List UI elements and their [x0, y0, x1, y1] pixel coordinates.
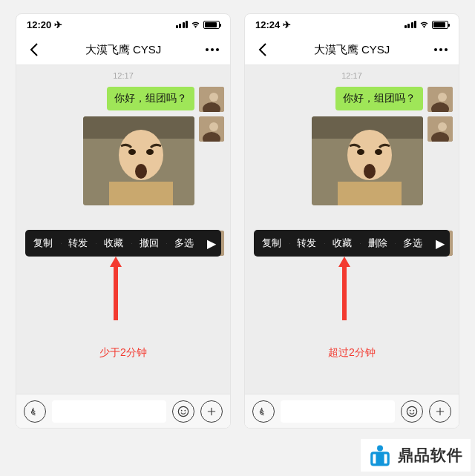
- image-bubble[interactable]: [83, 116, 194, 205]
- comparison-stage: 12:20 ✈ 大漠飞鹰 CYSJ 12:17 你好，组团吗？: [0, 0, 475, 460]
- clock: 12:24 ✈: [255, 19, 291, 30]
- svg-point-25: [357, 149, 364, 155]
- battery-icon: [203, 21, 220, 29]
- status-bar: 12:24 ✈: [245, 14, 459, 35]
- voice-button[interactable]: [24, 400, 46, 423]
- menu-multiselect[interactable]: 多选: [395, 237, 430, 250]
- chat-area[interactable]: 12:17 你好，组团吗？ 复制 转发 收藏 删除 多选 ▶ 欢迎: [245, 65, 459, 394]
- voice-button[interactable]: [252, 400, 275, 423]
- menu-more-arrow[interactable]: ▶: [202, 237, 221, 251]
- avatar[interactable]: [428, 116, 453, 142]
- avatar[interactable]: [199, 116, 224, 142]
- annotation-arrow-icon: [110, 257, 122, 320]
- svg-point-16: [178, 406, 188, 416]
- menu-forward[interactable]: 转发: [289, 237, 325, 250]
- message-row[interactable]: [16, 114, 230, 208]
- svg-point-11: [209, 122, 218, 131]
- emoji-button[interactable]: [172, 400, 194, 423]
- timestamp: 12:17: [16, 67, 230, 85]
- context-menu: 复制 转发 收藏 撤回 多选 ▶: [25, 230, 221, 257]
- more-button[interactable]: [203, 48, 221, 51]
- svg-point-1: [209, 93, 218, 102]
- plus-button[interactable]: [429, 400, 451, 423]
- svg-point-30: [438, 122, 447, 131]
- signal-icon: [404, 21, 417, 28]
- menu-copy[interactable]: 复制: [254, 237, 289, 250]
- menu-more-arrow[interactable]: ▶: [430, 237, 450, 251]
- message-row[interactable]: 你好，组团吗？: [245, 85, 459, 114]
- phone-right: 12:24 ✈ 大漠飞鹰 CYSJ 12:17 你好，组团吗？: [244, 13, 459, 429]
- svg-point-37: [413, 409, 414, 411]
- svg-rect-40: [376, 453, 384, 465]
- chat-title: 大漠飞鹰 CYSJ: [43, 43, 203, 57]
- nav-bar: 大漠飞鹰 CYSJ: [16, 35, 230, 65]
- svg-point-6: [128, 149, 136, 155]
- svg-point-27: [364, 164, 376, 179]
- phone-left: 12:20 ✈ 大漠飞鹰 CYSJ 12:17 你好，组团吗？: [16, 13, 231, 429]
- menu-recall[interactable]: 撤回: [131, 237, 167, 250]
- avatar[interactable]: [199, 87, 224, 112]
- chat-title: 大漠飞鹰 CYSJ: [272, 43, 432, 57]
- menu-multiselect[interactable]: 多选: [166, 237, 202, 250]
- menu-forward[interactable]: 转发: [61, 237, 96, 250]
- status-bar: 12:20 ✈: [16, 14, 230, 35]
- wifi-icon: [419, 20, 429, 30]
- message-row[interactable]: [245, 114, 459, 208]
- watermark-text: 鼎品软件: [398, 445, 463, 466]
- svg-point-38: [377, 445, 383, 451]
- timestamp: 12:17: [245, 67, 459, 85]
- image-bubble[interactable]: [312, 116, 423, 205]
- input-bar: [245, 394, 459, 428]
- annotation-caption: 少于2分钟: [16, 340, 230, 361]
- context-menu: 复制 转发 收藏 删除 多选 ▶: [254, 230, 450, 257]
- svg-point-36: [410, 409, 411, 411]
- svg-point-8: [135, 164, 147, 179]
- message-row[interactable]: 你好，组团吗？: [16, 85, 230, 114]
- more-button[interactable]: [432, 48, 450, 51]
- menu-favorite[interactable]: 收藏: [324, 237, 360, 250]
- annotation-arrow-icon: [338, 257, 350, 320]
- watermark: 鼎品软件: [361, 439, 471, 472]
- back-button[interactable]: [25, 43, 43, 56]
- svg-point-18: [184, 409, 186, 411]
- text-bubble[interactable]: 你好，组团吗？: [335, 87, 423, 110]
- clock: 12:20 ✈: [27, 19, 62, 30]
- wifi-icon: [191, 20, 200, 30]
- svg-point-7: [146, 149, 154, 155]
- menu-favorite[interactable]: 收藏: [96, 237, 131, 250]
- chat-area[interactable]: 12:17 你好，组团吗？ 复制 转发 收藏 撤回 多选 ▶: [16, 65, 230, 394]
- annotation-caption: 超过2分钟: [245, 340, 459, 361]
- input-bar: [16, 394, 230, 428]
- svg-rect-28: [338, 182, 402, 205]
- svg-point-17: [181, 409, 183, 411]
- battery-icon: [432, 21, 448, 29]
- svg-point-26: [375, 149, 382, 155]
- avatar[interactable]: [428, 87, 453, 112]
- text-input[interactable]: [52, 400, 166, 423]
- back-button[interactable]: [254, 43, 272, 56]
- plus-button[interactable]: [200, 400, 223, 423]
- nav-bar: 大漠飞鹰 CYSJ: [245, 35, 459, 65]
- emoji-button[interactable]: [401, 400, 423, 423]
- text-bubble[interactable]: 你好，组团吗？: [107, 87, 194, 110]
- menu-delete[interactable]: 删除: [360, 237, 396, 250]
- svg-point-35: [407, 406, 416, 416]
- signal-icon: [176, 21, 189, 28]
- menu-copy[interactable]: 复制: [25, 237, 61, 250]
- text-input[interactable]: [281, 400, 395, 423]
- svg-point-20: [438, 93, 447, 102]
- svg-rect-9: [109, 182, 173, 205]
- watermark-logo-icon: [368, 443, 392, 467]
